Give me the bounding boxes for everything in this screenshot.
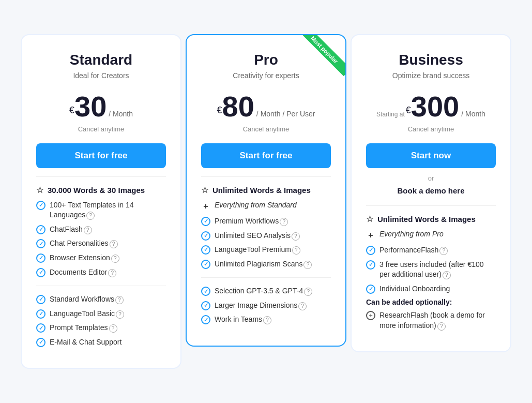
- feature-item: ✓ LanguageTool Basic?: [36, 309, 166, 319]
- feature-item: ✓ Unlimited Plagiarism Scans?: [201, 259, 331, 270]
- feature-item: ✓ Standard Workflows?: [36, 294, 166, 305]
- demo-link-business[interactable]: Book a demo here: [366, 186, 496, 195]
- info-icon[interactable]: ?: [443, 271, 451, 279]
- feature-highlight-pro: ☆Unlimited Words & Images: [201, 185, 331, 195]
- check-icon: ✓: [201, 315, 210, 324]
- price-block-pro: €80/ Month / Per User: [201, 92, 331, 121]
- feature-text: LanguageTool Basic?: [50, 309, 124, 319]
- price-amount: 80: [222, 90, 254, 123]
- plus-circle-icon: +: [366, 311, 375, 320]
- feature-text: 3 free users included (after €100 per ad…: [379, 260, 496, 280]
- feature-item: ✓ ChatFlash?: [36, 225, 166, 235]
- divider-standard: [36, 176, 166, 177]
- feature-item: ✓ Prompt Templates?: [36, 323, 166, 333]
- card-title-standard: Standard: [36, 52, 166, 68]
- feature-item: + Everything from Standard: [201, 200, 331, 212]
- feature-text: LanguageTool Premium?: [215, 245, 300, 255]
- pricing-container: StandardIdeal for Creators€30/ MonthCanc…: [10, 24, 522, 380]
- feature-item: ✓ 100+ Text Templates in 14 Languages?: [36, 200, 166, 220]
- feature-item: ✓ Work in Teams?: [201, 315, 331, 325]
- feature-item: ✓ Documents Editor?: [36, 267, 166, 278]
- plus-icon: +: [366, 230, 375, 241]
- feature-list2-pro: ✓ Selection GPT-3.5 & GPT-4? ✓ Larger Im…: [201, 286, 331, 325]
- feature-item: ✓ PerformanceFlash?: [366, 245, 496, 256]
- feature-highlight-standard: ☆30.000 Words & 30 Images: [36, 185, 166, 195]
- cta-button-business[interactable]: Start now: [366, 143, 496, 168]
- optional-title-business: Can be added optionally:: [366, 298, 496, 306]
- price-period: / Month: [461, 110, 485, 118]
- feature-list2-standard: ✓ Standard Workflows? ✓ LanguageTool Bas…: [36, 294, 166, 347]
- info-icon[interactable]: ?: [84, 226, 92, 234]
- cta-button-pro[interactable]: Start for free: [201, 143, 331, 168]
- feature-text: Browser Extension?: [50, 253, 119, 263]
- highlight-text: Unlimited Words & Images: [377, 215, 476, 223]
- most-popular-badge: [299, 35, 345, 82]
- check-icon: ✓: [36, 239, 45, 248]
- info-icon[interactable]: ?: [111, 255, 119, 263]
- check-icon: ✓: [36, 268, 45, 277]
- info-icon[interactable]: ?: [109, 324, 117, 333]
- check-icon: ✓: [366, 285, 375, 294]
- currency-symbol: €: [217, 105, 222, 115]
- feature-text: Everything from Pro: [379, 229, 444, 240]
- info-icon[interactable]: ?: [439, 247, 448, 255]
- info-icon[interactable]: ?: [303, 261, 312, 269]
- info-icon[interactable]: ?: [298, 302, 307, 310]
- info-icon[interactable]: ?: [110, 240, 118, 248]
- check-icon: ✓: [36, 323, 45, 333]
- feature-text: Chat Personalities?: [50, 238, 118, 249]
- info-icon[interactable]: ?: [86, 212, 95, 220]
- feature-text: Individual Onboarding: [379, 284, 450, 294]
- info-icon[interactable]: ?: [292, 246, 300, 255]
- feature-text: Unlimited SEO Analysis?: [215, 231, 300, 241]
- check-icon: ✓: [36, 253, 45, 263]
- check-icon: ✓: [201, 301, 210, 310]
- info-icon[interactable]: ?: [304, 288, 312, 296]
- feature-list-pro: + Everything from Standard ✓ Premium Wor…: [201, 200, 331, 270]
- price-period: / Month: [109, 110, 133, 118]
- price-period: / Month / Per User: [256, 110, 315, 118]
- price-block-business: Starting at€300/ Month: [366, 92, 496, 121]
- feature-item: + Everything from Pro: [366, 229, 496, 241]
- card-subtitle-business: Optimize brand success: [366, 71, 496, 80]
- cancel-anytime-business: Cancel anytime: [366, 125, 496, 133]
- cta-button-standard[interactable]: Start for free: [36, 143, 166, 168]
- feature-text: Unlimited Plagiarism Scans?: [215, 259, 312, 270]
- check-icon: ✓: [201, 217, 210, 226]
- feature-item: ✓ 3 free users included (after €100 per …: [366, 260, 496, 280]
- divider-business: [366, 205, 496, 206]
- info-icon[interactable]: ?: [116, 310, 124, 319]
- feature-list-business: + Everything from Pro ✓ PerformanceFlash…: [366, 229, 496, 294]
- info-icon[interactable]: ?: [108, 269, 116, 277]
- feature-text: ChatFlash?: [50, 225, 92, 235]
- info-icon[interactable]: ?: [115, 296, 124, 304]
- info-icon[interactable]: ?: [280, 218, 288, 226]
- feature-text: E-Mail & Chat Support: [50, 337, 121, 348]
- plus-icon: +: [201, 201, 210, 212]
- feature-text: Documents Editor?: [50, 267, 116, 278]
- price-amount: 30: [74, 90, 107, 123]
- check-icon: ✓: [36, 309, 45, 319]
- feature-text: Larger Image Dimensions?: [215, 301, 307, 311]
- card-title-business: Business: [366, 52, 496, 68]
- feature-item: ✓ Premium Workflows?: [201, 216, 331, 227]
- highlight-text: Unlimited Words & Images: [212, 186, 311, 195]
- info-icon[interactable]: ?: [437, 322, 446, 331]
- cancel-anytime-standard: Cancel anytime: [36, 125, 166, 133]
- info-icon[interactable]: ?: [263, 316, 271, 324]
- info-icon[interactable]: ?: [292, 232, 300, 241]
- check-icon: ✓: [36, 295, 45, 304]
- feature-item: ✓ Selection GPT-3.5 & GPT-4?: [201, 286, 331, 296]
- check-icon: ✓: [201, 287, 210, 296]
- feature-text: 100+ Text Templates in 14 Languages?: [50, 200, 166, 220]
- feature-text: Standard Workflows?: [50, 294, 124, 305]
- pricing-card-business: BusinessOptimize brand successStarting a…: [351, 34, 511, 353]
- or-text-business: or: [366, 174, 496, 182]
- star-icon: ☆: [366, 214, 373, 224]
- check-icon: ✓: [36, 338, 45, 347]
- feature-text: Premium Workflows?: [215, 216, 288, 227]
- divider2-standard: [36, 286, 166, 286]
- highlight-text: 30.000 Words & 30 Images: [48, 186, 145, 195]
- feature-item: ✓ LanguageTool Premium?: [201, 245, 331, 255]
- pricing-card-pro: ProCreativity for experts€80/ Month / Pe…: [186, 34, 346, 347]
